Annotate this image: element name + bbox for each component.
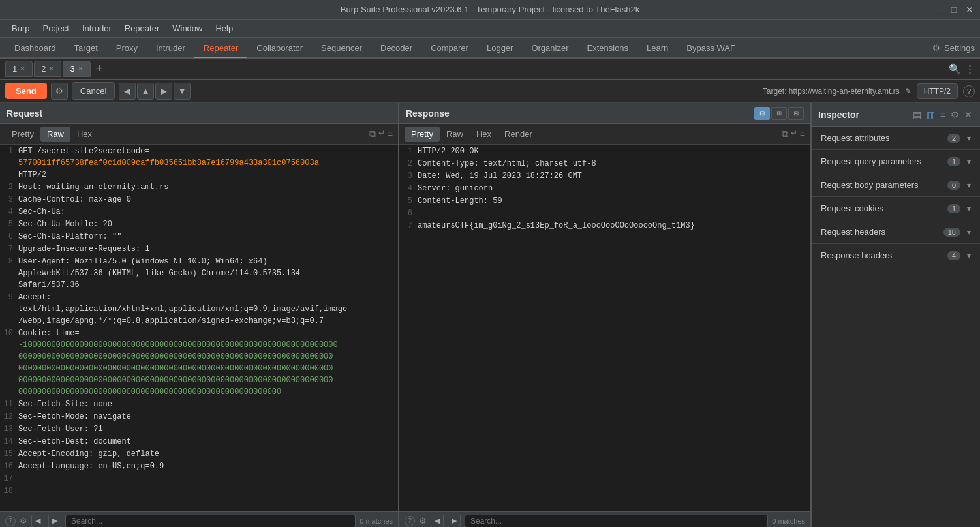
code-line: 15 Accept-Encoding: gzip, deflate <box>0 447 398 460</box>
tab-comparer[interactable]: Comparer <box>421 39 478 57</box>
inspector-item-query-params-header[interactable]: Request query parameters 1 ▾ <box>812 150 980 173</box>
inspector-item-request-attributes-header[interactable]: Request attributes 2 ▾ <box>812 127 980 149</box>
tab-proxy[interactable]: Proxy <box>107 39 147 57</box>
close-tab-2-icon[interactable]: ✕ <box>48 65 54 73</box>
close-button[interactable]: ✕ <box>964 5 975 15</box>
inspector-item-request-headers[interactable]: Request headers 18 ▾ <box>812 220 980 244</box>
tab-collaborator[interactable]: Collaborator <box>247 39 312 57</box>
request-search-next-button[interactable]: ▶ <box>48 515 61 528</box>
maximize-button[interactable]: □ <box>949 5 959 15</box>
inspector-layout-btn-1[interactable]: ▤ <box>911 108 923 121</box>
edit-target-icon[interactable]: ✎ <box>905 87 911 96</box>
request-panel: Request Pretty Raw Hex ⧉ ↵ ≡ 1 GET /secr… <box>0 103 399 527</box>
tab-search-icon[interactable]: 🔍 <box>949 63 961 75</box>
request-format-tabs: Pretty Raw Hex ⧉ ↵ ≡ <box>0 124 398 145</box>
inspector-item-response-headers[interactable]: Response headers 4 ▾ <box>812 244 980 267</box>
view-split-vertical-button[interactable]: ⊞ <box>771 107 787 120</box>
tab-decoder[interactable]: Decoder <box>371 39 421 57</box>
inspector-item-cookies-header[interactable]: Request cookies 1 ▾ <box>812 197 980 220</box>
response-tab-hex[interactable]: Hex <box>470 127 498 142</box>
menu-repeater[interactable]: Repeater <box>118 21 166 36</box>
inspector-item-request-headers-header[interactable]: Request headers 18 ▾ <box>812 220 980 243</box>
inspector-title: Inspector <box>818 110 859 120</box>
tab-bypass-waf[interactable]: Bypass WAF <box>677 39 744 57</box>
request-copy-icon[interactable]: ⧉ <box>369 128 376 140</box>
response-search-prev-button[interactable]: ◀ <box>431 515 444 528</box>
repeater-tab-2[interactable]: 2 ✕ <box>34 61 61 77</box>
request-search-prev-button[interactable]: ◀ <box>31 515 44 528</box>
response-search-help-icon[interactable]: ? <box>405 516 415 526</box>
inspector-layout-btn-3[interactable]: ≡ <box>939 108 947 121</box>
inspector-item-request-attributes[interactable]: Request attributes 2 ▾ <box>812 127 980 150</box>
response-copy-icon[interactable]: ⧉ <box>782 128 788 140</box>
inspector-item-response-headers-header[interactable]: Response headers 4 ▾ <box>812 244 980 267</box>
request-search-help-icon[interactable]: ? <box>5 516 16 526</box>
cancel-button[interactable]: Cancel <box>72 82 115 100</box>
view-full-button[interactable]: ⊠ <box>788 107 804 120</box>
help-icon[interactable]: ? <box>963 85 975 97</box>
inspector-item-query-params[interactable]: Request query parameters 1 ▾ <box>812 150 980 173</box>
request-code-area[interactable]: 1 GET /secret-site?secretcode=5770011ff6… <box>0 145 398 511</box>
up-button[interactable]: ▲ <box>137 83 154 100</box>
close-tab-3-icon[interactable]: ✕ <box>78 65 84 73</box>
tab-learn[interactable]: Learn <box>637 39 677 57</box>
response-search-input[interactable] <box>465 515 768 528</box>
response-search-next-button[interactable]: ▶ <box>448 515 461 528</box>
repeater-tab-3[interactable]: 3 ✕ <box>63 61 90 77</box>
tab-repeater[interactable]: Repeater <box>194 39 247 58</box>
response-tab-pretty[interactable]: Pretty <box>405 127 440 142</box>
inspector-item-body-params[interactable]: Request body parameters 0 ▾ <box>812 173 980 197</box>
code-line: 9 Accept:text/html,application/xhtml+xml… <box>0 291 398 327</box>
send-button[interactable]: Send <box>5 83 47 99</box>
inspector-item-request-headers-label: Request headers <box>821 227 885 237</box>
next-button[interactable]: ▶ <box>155 83 172 100</box>
response-code-area[interactable]: 1 HTTP/2 200 OK 2 Content-Type: text/htm… <box>399 145 810 511</box>
inspector-cookies-count: 1 <box>947 204 960 213</box>
add-tab-button[interactable]: + <box>92 62 107 76</box>
menu-intruder[interactable]: Intruder <box>76 21 118 36</box>
chevron-down-icon: ▾ <box>967 157 971 166</box>
down-button[interactable]: ▼ <box>174 83 191 100</box>
response-tab-render[interactable]: Render <box>498 127 539 142</box>
request-more-icon[interactable]: ≡ <box>388 128 393 140</box>
code-line: 7 amateursCTF{im_g0iNg_2_s13Ep_foR_a_loo… <box>399 219 810 232</box>
request-tab-hex[interactable]: Hex <box>70 127 99 142</box>
settings-button[interactable]: ⚙ Settings <box>932 43 975 53</box>
inspector-layout-btn-2[interactable]: ▥ <box>925 108 936 121</box>
view-split-horizontal-button[interactable]: ⊟ <box>754 107 770 120</box>
repeater-tab-1[interactable]: 1 ✕ <box>5 61 33 77</box>
inspector-item-cookies[interactable]: Request cookies 1 ▾ <box>812 197 980 220</box>
request-wrap-icon[interactable]: ↵ <box>378 128 385 140</box>
prev-button[interactable]: ◀ <box>119 83 136 100</box>
request-tab-raw[interactable]: Raw <box>40 127 70 142</box>
tab-intruder[interactable]: Intruder <box>147 39 194 57</box>
tab-sequencer[interactable]: Sequencer <box>312 39 371 57</box>
response-more-icon[interactable]: ≡ <box>800 128 805 140</box>
response-tab-raw[interactable]: Raw <box>440 127 470 142</box>
inspector-settings-btn[interactable]: ⚙ <box>949 108 960 121</box>
tab-extensions[interactable]: Extensions <box>578 39 638 57</box>
code-line: 13 Sec-Fetch-User: ?1 <box>0 423 398 435</box>
tab-logger[interactable]: Logger <box>478 39 522 57</box>
menu-project[interactable]: Project <box>36 21 75 36</box>
inspector-item-body-params-header[interactable]: Request body parameters 0 ▾ <box>812 173 980 196</box>
code-line: 12 Sec-Fetch-Mode: navigate <box>0 410 398 423</box>
menu-window[interactable]: Window <box>166 21 209 36</box>
request-tab-pretty[interactable]: Pretty <box>5 127 40 142</box>
tab-dashboard[interactable]: Dashboard <box>5 39 65 57</box>
request-search-settings-icon[interactable]: ⚙ <box>20 516 27 526</box>
close-tab-1-icon[interactable]: ✕ <box>20 65 25 73</box>
tab-organizer[interactable]: Organizer <box>522 39 577 57</box>
menu-help[interactable]: Help <box>209 21 239 36</box>
tab-target[interactable]: Target <box>65 39 107 57</box>
settings-icon-button[interactable]: ⚙ <box>51 83 68 100</box>
request-search-input[interactable] <box>65 515 356 528</box>
tab-more-icon[interactable]: ⋮ <box>965 63 975 75</box>
minimize-button[interactable]: ─ <box>933 5 943 15</box>
response-wrap-icon[interactable]: ↵ <box>791 128 797 140</box>
response-search-settings-icon[interactable]: ⚙ <box>419 516 427 526</box>
response-panel-header: Response ⊟ ⊞ ⊠ <box>399 103 810 124</box>
inspector-close-btn[interactable]: ✕ <box>963 108 973 121</box>
menu-burp[interactable]: Burp <box>5 21 36 36</box>
http-version-button[interactable]: HTTP/2 <box>917 83 958 99</box>
